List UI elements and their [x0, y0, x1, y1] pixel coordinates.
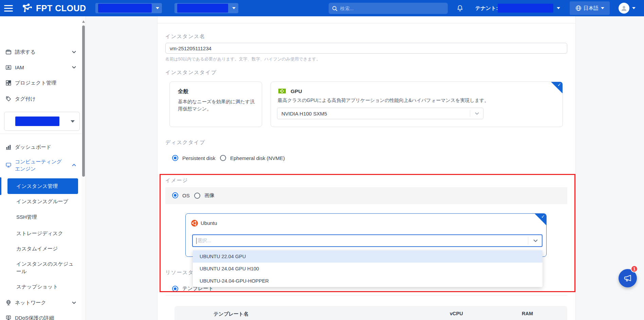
sidebar-item-dashboard[interactable]: ダッシュボード [0, 143, 81, 152]
notifications-bell-icon[interactable] [456, 4, 464, 12]
check-icon: ✓ [557, 82, 561, 87]
sidebar-nav: 請求する IAM プロジェクト管理 タグ付け ダッシュボード コンピューティング… [0, 16, 86, 320]
column-header-ram: RAM [522, 311, 533, 316]
dropdown-option[interactable]: UBUNTU 22.04 GPU [193, 250, 542, 263]
user-avatar[interactable] [619, 3, 629, 14]
image-label: イメージ [165, 177, 188, 184]
section-divider [158, 23, 576, 23]
instance-name-helper: 名前は50以内である必要があります。文字、数字、ハイフンのみ使用できます。 [165, 56, 320, 62]
sidebar-item-tagging[interactable]: タグ付け [0, 94, 81, 103]
tenant-chevron-down-icon[interactable] [557, 7, 560, 9]
project-select[interactable] [174, 3, 238, 13]
id-card-icon [5, 64, 12, 70]
os-version-dropdown: UBUNTU 22.04 GPU UBUNTU 24.04 GPU H100 U… [193, 250, 542, 287]
language-label: 日本語 [584, 5, 599, 12]
search-icon [332, 6, 337, 11]
notification-badge: 1 [631, 265, 638, 272]
sidebar-divider [0, 134, 86, 134]
nvidia-logo-icon [278, 87, 287, 95]
chevron-down-icon [71, 120, 75, 123]
sidebar-scrollbar-thumb[interactable] [82, 25, 85, 177]
fpt-molecule-icon [21, 3, 33, 14]
chevron-down-icon [601, 7, 604, 9]
section-divider [165, 295, 567, 296]
chevron-up-icon [72, 164, 76, 166]
globe-network-icon [5, 300, 12, 306]
brand-name: FPT CLOUD [36, 3, 86, 13]
redacted-selection [98, 4, 152, 13]
os-name: Ubuntu [201, 220, 217, 226]
ubuntu-logo-icon [191, 220, 198, 227]
brand-logo[interactable]: FPT CLOUD [21, 3, 86, 14]
sidebar-item-snapshots[interactable]: スナップショット [16, 284, 58, 290]
sidebar-item-network[interactable]: ネットワーク [0, 298, 81, 307]
sidebar-item-ssh-management[interactable]: SSH管理 [16, 214, 37, 220]
column-header-vcpu: vCPU [450, 311, 463, 316]
global-search [329, 3, 448, 14]
sidebar-scope-select[interactable] [4, 112, 80, 131]
monitor-icon [5, 162, 12, 168]
globe-icon [575, 5, 582, 11]
image-source-picture-radio[interactable]: 画像 [194, 192, 215, 199]
top-navbar: FPT CLOUD テナント: 日本語 [0, 0, 644, 16]
template-table-header: テンプレート名 vCPU RAM [174, 306, 567, 320]
sidebar-item-compute-engine[interactable]: コンピューティング エンジン [0, 157, 81, 173]
bar-chart-icon [5, 144, 12, 150]
sidebar-item-iam[interactable]: IAM [0, 63, 81, 72]
radio-selected-icon [172, 192, 178, 198]
megaphone-icon [623, 274, 632, 283]
instance-type-general-card[interactable]: 全般 基本的なニーズを効果的に満たす汎用仮想マシン。 [169, 82, 262, 127]
tenant-label: テナント: [475, 5, 498, 12]
chevron-down-icon [72, 66, 76, 69]
region-select[interactable] [95, 3, 162, 13]
image-source-os-radio[interactable]: OS [172, 192, 190, 198]
text-cursor [196, 238, 197, 244]
sidebar-item-instance-schedule[interactable]: インスタンスのスケジュール [16, 260, 75, 275]
sidebar-item-project-management[interactable]: プロジェクト管理 [0, 78, 81, 87]
chevron-down-icon [232, 7, 236, 9]
image-source-strip [165, 187, 567, 204]
dropdown-option[interactable]: UBUNTU 24.04 GPU H100 [193, 263, 542, 275]
disk-type-ephemeral-radio[interactable]: Ephemeral disk (NVME) [220, 155, 285, 161]
instance-name-label: インスタンス名 [165, 33, 205, 40]
sidebar-item-instance-groups[interactable]: インスタンスグループ [16, 198, 68, 205]
wallet-icon [5, 49, 12, 55]
instance-name-input[interactable] [165, 43, 567, 54]
sidebar-item-custom-images[interactable]: カスタムイメージ [16, 246, 58, 252]
shield-monitor-icon [5, 315, 12, 320]
radio-unselected-icon [194, 193, 200, 199]
chevron-down-icon [475, 112, 479, 115]
tag-icon [5, 96, 12, 102]
sidebar-item-storage-disks[interactable]: ストレージディスク [16, 230, 63, 237]
disk-type-label: ディスクタイプ [165, 139, 205, 146]
os-version-combobox[interactable]: 選択... [192, 234, 542, 247]
active-indicator [0, 177, 1, 195]
project-grid-icon [5, 80, 12, 86]
radio-selected-icon [172, 286, 178, 292]
column-header-template-name: テンプレート名 [214, 311, 249, 317]
gpu-model-select[interactable]: NVIDIA H100 SXM5 [277, 108, 483, 119]
sidebar-item-instance-management[interactable]: インスタンス管理 [7, 178, 78, 194]
sidebar-item-ddos-protection[interactable]: DDoS保護の詳細 [0, 314, 81, 320]
redacted-selection [177, 4, 228, 13]
chevron-down-icon [72, 301, 76, 304]
chevron-down-icon [533, 239, 538, 242]
tenant-redacted-value [498, 4, 553, 13]
chevron-down-icon [156, 7, 159, 9]
language-selector[interactable]: 日本語 [570, 1, 610, 15]
radio-selected-icon [172, 155, 178, 161]
user-menu-chevron-down-icon[interactable] [632, 7, 636, 9]
disk-type-persistent-radio[interactable]: Persistent disk [172, 155, 216, 161]
combobox-placeholder: 選択... [197, 237, 211, 244]
instance-type-gpu-card[interactable]: GPU 最高クラスのGPUによる高負荷アプリケーションの性能向上&ハイパフォーマ… [271, 82, 563, 127]
sidebar-item-billing[interactable]: 請求する [0, 48, 81, 56]
check-icon: ✓ [541, 214, 545, 219]
redacted-selection [15, 117, 59, 126]
search-input[interactable] [340, 6, 444, 11]
chevron-down-icon [72, 51, 76, 53]
dropdown-option[interactable]: UBUNTU-24.04-GPU-HOPPER [193, 275, 542, 287]
radio-unselected-icon [220, 155, 226, 161]
instance-type-label: インスタンスタイプ [165, 69, 217, 76]
scroll-up-arrow[interactable] [82, 20, 85, 23]
menu-toggle-button[interactable] [4, 3, 16, 14]
